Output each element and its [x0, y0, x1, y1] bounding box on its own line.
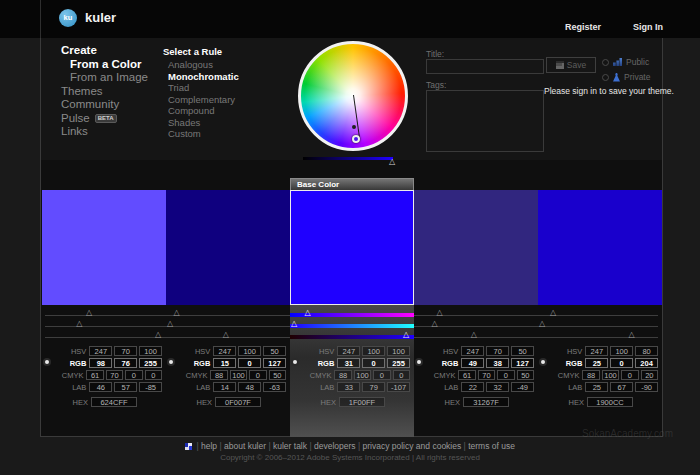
- brightness-slider-handle[interactable]: △: [389, 158, 395, 166]
- rule-complementary[interactable]: Complementary: [163, 94, 239, 106]
- b-slider-handle[interactable]: △: [155, 331, 161, 339]
- rgb-value-box[interactable]: 127: [511, 358, 534, 368]
- rgb-value-box[interactable]: 15: [213, 358, 236, 368]
- cmyk-value-box[interactable]: 88: [582, 370, 599, 380]
- rule-custom[interactable]: Custom: [163, 128, 239, 140]
- g-slider-handle[interactable]: △: [432, 320, 438, 328]
- color-swatch[interactable]: [414, 190, 538, 305]
- lab-value-box[interactable]: 22: [461, 382, 484, 392]
- rgb-value-box[interactable]: 0: [610, 358, 633, 368]
- b-slider-handle[interactable]: △: [223, 331, 229, 339]
- title-input[interactable]: [426, 59, 544, 74]
- color-swatch[interactable]: [290, 190, 414, 305]
- r-slider-handle[interactable]: △: [436, 309, 442, 317]
- wheel-base-marker[interactable]: [352, 135, 360, 143]
- nav-create[interactable]: Create: [61, 44, 148, 58]
- hsv-value-box[interactable]: 50: [511, 346, 534, 356]
- g-slider-handle[interactable]: △: [167, 320, 173, 328]
- cmyk-value-box[interactable]: 0: [125, 370, 142, 380]
- footer-link-terms-of-use[interactable]: terms of use: [468, 441, 515, 451]
- lab-value-box[interactable]: -63: [263, 382, 286, 392]
- footer-link-kuler-talk[interactable]: kuler talk: [273, 441, 307, 451]
- cmyk-value-box[interactable]: 70: [478, 370, 495, 380]
- rgb-value-box[interactable]: 0: [238, 358, 261, 368]
- hsv-value-box[interactable]: 247: [337, 346, 360, 356]
- rgb-value-box[interactable]: 25: [585, 358, 608, 368]
- rule-triad[interactable]: Triad: [163, 82, 239, 94]
- cmyk-value-box[interactable]: 0: [373, 370, 390, 380]
- cmyk-value-box[interactable]: 88: [334, 370, 351, 380]
- lab-value-box[interactable]: 46: [89, 382, 112, 392]
- base-g-slider[interactable]: [290, 324, 414, 328]
- hex-value-box[interactable]: 31267F: [463, 397, 509, 407]
- nav-community[interactable]: Community: [61, 98, 148, 112]
- cmyk-value-box[interactable]: 0: [393, 370, 410, 380]
- base-b-slider[interactable]: [290, 335, 414, 339]
- r-slider-handle[interactable]: △: [86, 309, 92, 317]
- b-slider-handle[interactable]: △: [403, 331, 409, 339]
- cmyk-value-box[interactable]: 0: [145, 370, 162, 380]
- rgb-value-box[interactable]: 204: [635, 358, 658, 368]
- cmyk-value-box[interactable]: 61: [458, 370, 475, 380]
- lab-value-box[interactable]: -107: [387, 382, 410, 392]
- color-swatch[interactable]: [42, 190, 166, 305]
- footer-link-privacy-policy-and-cookies[interactable]: privacy policy and cookies: [362, 441, 461, 451]
- rgb-mode-radio[interactable]: [541, 360, 545, 364]
- rgb-mode-radio[interactable]: [169, 360, 173, 364]
- rgb-value-box[interactable]: 255: [387, 358, 410, 368]
- lab-value-box[interactable]: 67: [610, 382, 633, 392]
- lab-value-box[interactable]: 57: [114, 382, 137, 392]
- register-link[interactable]: Register: [565, 22, 601, 32]
- wheel-inner-marker[interactable]: [352, 125, 356, 129]
- hex-value-box[interactable]: 0F007F: [215, 397, 261, 407]
- nav-themes[interactable]: Themes: [61, 85, 148, 99]
- footer-link-developers[interactable]: developers: [314, 441, 356, 451]
- rgb-value-box[interactable]: 38: [486, 358, 509, 368]
- nav-pulse[interactable]: PulseBETA: [61, 112, 148, 126]
- lab-value-box[interactable]: 32: [486, 382, 509, 392]
- cmyk-value-box[interactable]: 0: [249, 370, 266, 380]
- nav-from-an-image[interactable]: From an Image: [61, 71, 148, 85]
- lab-value-box[interactable]: -49: [511, 382, 534, 392]
- cmyk-value-box[interactable]: 20: [641, 370, 658, 380]
- rgb-value-box[interactable]: 49: [461, 358, 484, 368]
- cmyk-value-box[interactable]: 61: [86, 370, 103, 380]
- b-slider-handle[interactable]: △: [629, 331, 635, 339]
- r-slider-handle[interactable]: △: [174, 309, 180, 317]
- r-slider-handle[interactable]: △: [305, 309, 311, 317]
- footer-link-about-kuler[interactable]: about kuler: [224, 441, 266, 451]
- rgb-value-box[interactable]: 127: [263, 358, 286, 368]
- rgb-value-box[interactable]: 255: [139, 358, 162, 368]
- g-slider-handle[interactable]: △: [539, 320, 545, 328]
- rgb-value-box[interactable]: 76: [114, 358, 137, 368]
- hsv-value-box[interactable]: 50: [263, 346, 286, 356]
- lab-value-box[interactable]: 14: [213, 382, 236, 392]
- nav-links[interactable]: Links: [61, 125, 148, 139]
- lab-value-box[interactable]: 48: [238, 382, 261, 392]
- lab-value-box[interactable]: -90: [635, 382, 658, 392]
- brightness-slider[interactable]: [303, 157, 393, 160]
- hsv-value-box[interactable]: 100: [238, 346, 261, 356]
- hsv-value-box[interactable]: 247: [89, 346, 112, 356]
- r-slider-handle[interactable]: △: [550, 309, 556, 317]
- hex-value-box[interactable]: 1900CC: [587, 397, 633, 407]
- footer-link-help[interactable]: help: [201, 441, 217, 451]
- cmyk-value-box[interactable]: 50: [517, 370, 534, 380]
- color-swatch[interactable]: [538, 190, 662, 305]
- rgb-value-box[interactable]: 0: [362, 358, 385, 368]
- rule-compound[interactable]: Compound: [163, 105, 239, 117]
- rgb-mode-radio[interactable]: [45, 360, 49, 364]
- hex-value-box[interactable]: 624CFF: [91, 397, 137, 407]
- hsv-value-box[interactable]: 247: [585, 346, 608, 356]
- g-slider-handle[interactable]: △: [291, 320, 297, 328]
- cmyk-value-box[interactable]: 0: [497, 370, 514, 380]
- cmyk-value-box[interactable]: 100: [354, 370, 371, 380]
- rule-monochromatic[interactable]: Monochromatic: [163, 71, 239, 83]
- rule-shades[interactable]: Shades: [163, 117, 239, 129]
- public-radio[interactable]: [602, 59, 609, 66]
- color-swatch[interactable]: [166, 190, 290, 305]
- lab-value-box[interactable]: 79: [362, 382, 385, 392]
- tags-input[interactable]: [426, 90, 544, 152]
- hsv-value-box[interactable]: 100: [362, 346, 385, 356]
- kuler-logo-icon[interactable]: ku: [59, 9, 77, 27]
